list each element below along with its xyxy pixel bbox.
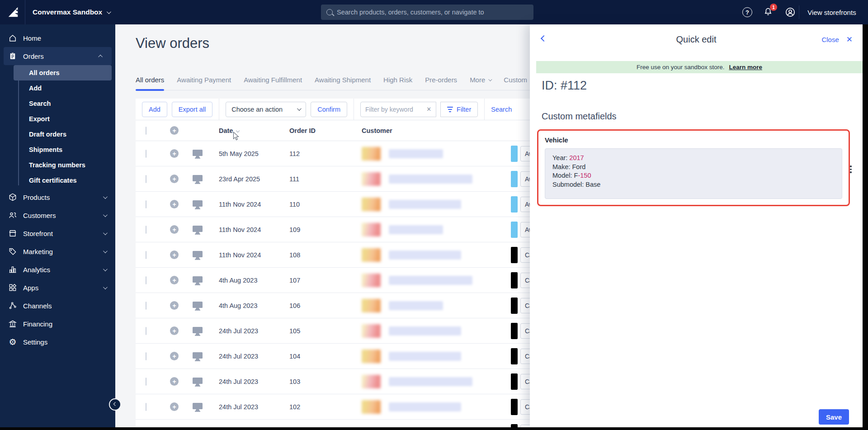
sidebar-item-settings[interactable]: ⚙ Settings: [0, 333, 115, 351]
expand-row-icon[interactable]: +: [170, 377, 179, 386]
metafield-line: Year: 2017: [552, 154, 835, 163]
tab-more[interactable]: More: [470, 76, 491, 90]
column-header-customer[interactable]: Customer: [362, 127, 511, 134]
export-all-button[interactable]: Export all: [172, 102, 212, 117]
sidebar-item-marketing[interactable]: Marketing: [0, 242, 115, 260]
advanced-search-link[interactable]: Search: [491, 106, 512, 113]
tab-custom[interactable]: Custom: [504, 76, 533, 90]
expand-row-icon[interactable]: +: [170, 200, 179, 208]
sidebar-item-search[interactable]: Search: [0, 96, 115, 111]
order-id: 111: [289, 175, 362, 183]
row-checkbox[interactable]: [146, 175, 146, 183]
expand-row-icon[interactable]: +: [170, 352, 179, 360]
keyword-filter-input[interactable]: [365, 106, 423, 113]
expand-row-icon[interactable]: +: [170, 301, 179, 310]
sidebar-item-home[interactable]: Home: [0, 29, 115, 47]
sidebar-item-financing[interactable]: Financing: [0, 315, 115, 333]
status-color-bar: [511, 348, 518, 364]
topbar-icons: ? 1: [742, 0, 796, 24]
sidebar-item-export[interactable]: Export: [0, 111, 115, 127]
bulk-action-select[interactable]: Choose an action: [226, 102, 306, 117]
sidebar-item-storefront[interactable]: Storefront: [0, 224, 115, 242]
sidebar-item-analytics[interactable]: Analytics: [0, 260, 115, 279]
sidebar-item-all-orders[interactable]: All orders: [14, 65, 112, 80]
tab-awaiting-payment[interactable]: Awaiting Payment: [177, 76, 231, 90]
account-icon[interactable]: [785, 7, 796, 18]
panel-title: Quick edit: [530, 34, 863, 45]
sidebar-collapse-button[interactable]: [109, 398, 121, 411]
notifications-button[interactable]: 1: [763, 7, 774, 18]
tab-awaiting-shipment[interactable]: Awaiting Shipment: [315, 76, 371, 90]
tab-high-risk[interactable]: High Risk: [383, 76, 412, 90]
metafield-value-field[interactable]: Year: 2017 Make: Ford Model: F-150 Submo…: [545, 148, 842, 199]
filter-button[interactable]: Filter: [440, 102, 478, 117]
expand-row-icon[interactable]: +: [170, 326, 179, 335]
sidebar-item-gift-certificates[interactable]: Gift certificates: [0, 173, 115, 188]
expand-row-icon[interactable]: +: [170, 250, 179, 259]
sidebar-item-add[interactable]: Add: [0, 80, 115, 96]
sidebar-item-label: Draft orders: [29, 131, 66, 138]
topbar: Convermax Sandbox ? 1 View st: [0, 0, 868, 24]
chevron-up-icon: [98, 54, 103, 59]
sidebar-item-shipments[interactable]: Shipments: [0, 142, 115, 157]
row-checkbox[interactable]: [146, 327, 146, 335]
expand-row-icon[interactable]: +: [170, 225, 179, 234]
sidebar-item-orders[interactable]: Orders: [4, 47, 112, 65]
sidebar-item-channels[interactable]: Channels: [0, 297, 115, 315]
order-id: 103: [289, 378, 362, 385]
row-checkbox[interactable]: [146, 352, 146, 360]
sidebar-item-apps[interactable]: Apps: [0, 279, 115, 297]
row-checkbox[interactable]: [146, 200, 146, 208]
view-storefronts-button[interactable]: View storefronts: [801, 0, 863, 24]
row-checkbox[interactable]: [146, 150, 146, 158]
sidebar-item-tracking-numbers[interactable]: Tracking numbers: [0, 157, 115, 173]
tab-all-orders[interactable]: All orders: [136, 76, 164, 90]
save-button[interactable]: Save: [819, 409, 849, 425]
help-icon[interactable]: ?: [742, 7, 752, 17]
sidebar-item-products[interactable]: Products: [0, 188, 115, 206]
close-icon[interactable]: ✕: [846, 35, 853, 44]
column-header-date[interactable]: Date: [219, 127, 233, 134]
row-checkbox[interactable]: [146, 403, 146, 411]
expand-all-icon[interactable]: +: [170, 126, 179, 135]
tab-pre-orders[interactable]: Pre-orders: [425, 76, 457, 90]
confirm-button[interactable]: Confirm: [311, 102, 347, 117]
row-checkbox[interactable]: [146, 302, 146, 310]
sidebar-item-label: Financing: [23, 320, 52, 328]
tab-awaiting-fulfillment[interactable]: Awaiting Fulfillment: [244, 76, 302, 90]
sidebar-item-label: Shipments: [29, 146, 62, 153]
sidebar-item-customers[interactable]: Customers: [0, 206, 115, 224]
kebab-menu-icon[interactable]: [850, 165, 852, 173]
store-switcher[interactable]: Convermax Sandbox: [33, 0, 110, 24]
search-icon: [326, 9, 333, 15]
row-checkbox[interactable]: [146, 226, 146, 234]
bigcommerce-logo[interactable]: [5, 5, 21, 20]
order-date: 11th Nov 2024: [219, 226, 261, 233]
keyword-filter-field[interactable]: ✕: [360, 102, 436, 117]
row-checkbox[interactable]: [146, 378, 146, 386]
global-search[interactable]: [321, 5, 533, 20]
sidebar-item-label: Gift certificates: [29, 177, 77, 184]
clear-filter-icon[interactable]: ✕: [426, 106, 431, 113]
row-checkbox[interactable]: [146, 251, 146, 259]
expand-row-icon[interactable]: +: [170, 276, 179, 284]
row-checkbox[interactable]: [146, 276, 146, 284]
storefront-channel-icon: [192, 275, 205, 286]
sidebar-item-draft-orders[interactable]: Draft orders: [0, 127, 115, 142]
column-header-order-id[interactable]: Order ID: [289, 127, 362, 134]
select-all-checkbox[interactable]: [146, 127, 146, 135]
learn-more-link[interactable]: Learn more: [729, 64, 762, 71]
close-label[interactable]: Close: [821, 36, 839, 43]
order-id: 112: [289, 150, 362, 157]
expand-row-icon[interactable]: +: [170, 175, 179, 183]
add-order-button[interactable]: Add: [142, 102, 167, 117]
sidebar-item-label: Add: [29, 85, 42, 92]
expand-row-icon[interactable]: +: [170, 402, 179, 411]
sort-chevron-icon[interactable]: [236, 128, 240, 132]
customer-name-blur: [389, 352, 461, 361]
expand-row-icon[interactable]: +: [170, 149, 179, 158]
filter-icon: [447, 107, 453, 112]
global-search-input[interactable]: [337, 9, 528, 16]
customer-name-blur: [389, 200, 461, 209]
vehicle-metafield-highlight[interactable]: Vehicle Year: 2017 Make: Ford Model: F-1…: [537, 129, 850, 206]
